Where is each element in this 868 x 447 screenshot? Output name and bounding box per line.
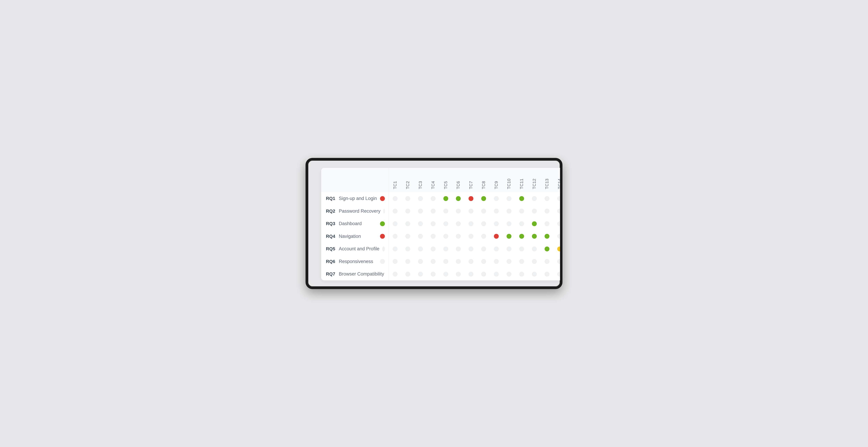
matrix-cell[interactable] (439, 268, 452, 280)
matrix-cell[interactable] (490, 255, 503, 268)
matrix-cell[interactable] (503, 230, 516, 243)
column-header[interactable]: TC7 (465, 168, 477, 192)
matrix-cell[interactable] (490, 268, 503, 280)
matrix-cell[interactable] (389, 205, 402, 217)
matrix-cell[interactable] (503, 205, 516, 217)
row-label[interactable]: RQ1Sign-up and Login (321, 192, 389, 205)
matrix-cell[interactable] (528, 255, 540, 268)
matrix-cell[interactable] (389, 242, 402, 255)
matrix-cell[interactable] (490, 205, 503, 217)
matrix-cell[interactable] (427, 230, 439, 243)
matrix-cell[interactable] (401, 242, 414, 255)
matrix-cell[interactable] (452, 230, 465, 243)
matrix-cell[interactable] (465, 217, 477, 230)
matrix-cell[interactable] (515, 255, 528, 268)
matrix-cell[interactable] (540, 255, 553, 268)
matrix-cell[interactable] (515, 192, 528, 205)
matrix-cell[interactable] (490, 230, 503, 243)
matrix-cell[interactable] (540, 205, 553, 217)
matrix-cell[interactable] (401, 217, 414, 230)
matrix-cell[interactable] (490, 192, 503, 205)
matrix-cell[interactable] (452, 268, 465, 280)
matrix-cell[interactable] (477, 255, 490, 268)
matrix-cell[interactable] (465, 192, 477, 205)
row-label[interactable]: RQ5Account and Profile (321, 242, 389, 255)
matrix-cell[interactable] (553, 205, 560, 217)
matrix-cell[interactable] (515, 217, 528, 230)
matrix-cell[interactable] (439, 205, 452, 217)
matrix-cell[interactable] (389, 230, 402, 243)
matrix-cell[interactable] (427, 217, 439, 230)
matrix-cell[interactable] (401, 205, 414, 217)
matrix-cell[interactable] (439, 242, 452, 255)
row-label[interactable]: RQ6Responsiveness (321, 255, 389, 268)
matrix-cell[interactable] (452, 242, 465, 255)
matrix-cell[interactable] (477, 205, 490, 217)
matrix-cell[interactable] (439, 230, 452, 243)
matrix-cell[interactable] (427, 205, 439, 217)
matrix-cell[interactable] (540, 242, 553, 255)
matrix-cell[interactable] (414, 242, 427, 255)
matrix-cell[interactable] (490, 217, 503, 230)
column-header[interactable]: TC3 (414, 168, 427, 192)
matrix-cell[interactable] (503, 242, 516, 255)
column-header[interactable]: TC10 (503, 168, 516, 192)
matrix-cell[interactable] (515, 268, 528, 280)
matrix-cell[interactable] (389, 217, 402, 230)
row-label[interactable]: RQ2Password Recovery (321, 205, 389, 217)
matrix-cell[interactable] (389, 192, 402, 205)
matrix-cell[interactable] (439, 217, 452, 230)
matrix-cell[interactable] (477, 242, 490, 255)
matrix-cell[interactable] (553, 242, 560, 255)
row-label[interactable]: RQ4Navigation (321, 230, 389, 243)
column-header[interactable]: TC13 (540, 168, 553, 192)
matrix-cell[interactable] (389, 268, 402, 280)
column-header[interactable]: TC5 (439, 168, 452, 192)
column-header[interactable]: TC2 (401, 168, 414, 192)
matrix-cell[interactable] (553, 217, 560, 230)
row-label[interactable]: RQ7Browser Compatibility (321, 268, 389, 280)
matrix-cell[interactable] (540, 268, 553, 280)
matrix-cell[interactable] (540, 230, 553, 243)
matrix-cell[interactable] (439, 255, 452, 268)
matrix-cell[interactable] (477, 217, 490, 230)
matrix-cell[interactable] (427, 192, 439, 205)
matrix-cell[interactable] (427, 242, 439, 255)
matrix-cell[interactable] (553, 255, 560, 268)
matrix-cell[interactable] (452, 192, 465, 205)
matrix-cell[interactable] (528, 230, 540, 243)
matrix-cell[interactable] (503, 255, 516, 268)
matrix-cell[interactable] (452, 205, 465, 217)
matrix-cell[interactable] (553, 192, 560, 205)
column-header[interactable]: TC11 (515, 168, 528, 192)
matrix-cell[interactable] (401, 230, 414, 243)
matrix-cell[interactable] (414, 217, 427, 230)
matrix-cell[interactable] (528, 217, 540, 230)
matrix-cell[interactable] (503, 217, 516, 230)
matrix-cell[interactable] (465, 255, 477, 268)
matrix-cell[interactable] (452, 255, 465, 268)
matrix-cell[interactable] (401, 255, 414, 268)
matrix-cell[interactable] (515, 205, 528, 217)
matrix-cell[interactable] (490, 242, 503, 255)
matrix-cell[interactable] (528, 242, 540, 255)
matrix-cell[interactable] (401, 192, 414, 205)
column-header[interactable]: TC6 (452, 168, 465, 192)
column-header[interactable]: TC12 (528, 168, 540, 192)
matrix-cell[interactable] (528, 205, 540, 217)
matrix-cell[interactable] (477, 268, 490, 280)
matrix-cell[interactable] (427, 255, 439, 268)
matrix-cell[interactable] (540, 192, 553, 205)
column-header[interactable]: TC14 (553, 168, 560, 192)
matrix-cell[interactable] (414, 205, 427, 217)
row-label[interactable]: RQ3Dashboard (321, 217, 389, 230)
matrix-cell[interactable] (401, 268, 414, 280)
column-header[interactable]: TC9 (490, 168, 503, 192)
matrix-cell[interactable] (414, 268, 427, 280)
matrix-cell[interactable] (515, 230, 528, 243)
matrix-cell[interactable] (477, 230, 490, 243)
matrix-cell[interactable] (528, 192, 540, 205)
matrix-cell[interactable] (503, 192, 516, 205)
matrix-cell[interactable] (553, 230, 560, 243)
matrix-cell[interactable] (553, 268, 560, 280)
